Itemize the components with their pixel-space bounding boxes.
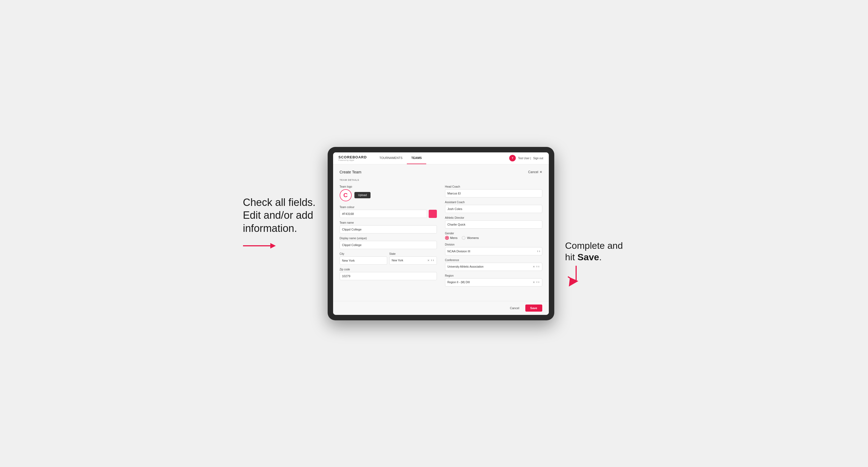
radio-womens-dot	[462, 236, 466, 240]
signout-link[interactable]: Sign out	[533, 157, 544, 160]
logo-sub: Powered by clippd	[339, 159, 367, 161]
gender-field: Gender Mens Womens	[445, 232, 542, 240]
conference-field: Conference University Athletic Associati…	[445, 259, 542, 271]
avatar: T	[509, 155, 516, 161]
gender-mens-radio[interactable]: Mens	[445, 236, 458, 240]
state-clear-icon[interactable]: ✕	[427, 259, 430, 262]
form-right-col: Head Coach Assistant Coach Athletic Dire…	[445, 185, 542, 286]
city-input[interactable]	[340, 256, 387, 264]
region-clear-icon[interactable]: ✕	[533, 281, 535, 284]
form-footer: Cancel Save	[333, 301, 549, 315]
user-text: Test User |	[518, 157, 531, 160]
team-name-label: Team name	[340, 221, 437, 224]
logo-text: SCOREBOARD	[339, 155, 367, 159]
color-swatch[interactable]	[429, 210, 437, 218]
radio-mens-dot	[445, 236, 449, 240]
state-select-wrap[interactable]: New York ✕ ⬆⬇	[390, 256, 437, 264]
team-logo-field: Team logo C Upload	[340, 185, 437, 203]
state-field: State New York ✕ ⬆⬇	[390, 252, 437, 264]
logo-area: SCOREBOARD Powered by clippd	[339, 155, 367, 161]
division-label: Division	[445, 243, 542, 246]
athletic-dir-input[interactable]	[445, 220, 542, 228]
section-label: TEAM DETAILS	[340, 179, 542, 181]
conference-value: University Athletic Association	[447, 265, 533, 268]
team-logo-label: Team logo	[340, 185, 437, 188]
upload-button[interactable]: Upload	[354, 192, 371, 198]
team-colour-label: Team colour	[340, 206, 437, 209]
conference-select-wrap[interactable]: University Athletic Association ✕ ⬆⬇	[445, 263, 542, 271]
nav-tournaments[interactable]: TOURNAMENTS	[375, 152, 407, 164]
region-select-wrap[interactable]: Region II - (M) DIII ✕ ⬆⬇	[445, 278, 542, 286]
gender-label: Gender	[445, 232, 542, 235]
head-coach-field: Head Coach	[445, 185, 542, 197]
navbar: SCOREBOARD Powered by clippd TOURNAMENTS…	[333, 152, 549, 164]
gender-row: Mens Womens	[445, 236, 542, 240]
asst-coach-input[interactable]	[445, 205, 542, 213]
arrow-left-icon	[243, 240, 276, 251]
region-value: Region II - (M) DIII	[447, 281, 533, 284]
svg-marker-1	[270, 243, 276, 249]
division-select[interactable]: NCAA Division III	[445, 247, 542, 255]
page-title-row: Create Team Cancel ✕	[340, 170, 542, 174]
team-colour-field: Team colour	[340, 206, 437, 218]
region-label: Region	[445, 274, 542, 277]
state-arrows-icon: ⬆⬇	[431, 259, 434, 261]
display-name-label: Display name (unique)	[340, 237, 437, 240]
conference-clear-icon[interactable]: ✕	[533, 265, 535, 268]
region-field: Region Region II - (M) DIII ✕ ⬆⬇	[445, 274, 542, 286]
city-state-group: City State New York ✕ ⬆⬇	[340, 252, 437, 264]
city-state-row: City State New York ✕ ⬆⬇	[340, 252, 437, 264]
division-select-wrap[interactable]: NCAA Division III ⬆⬇	[445, 247, 542, 255]
state-tag-value: New York	[392, 259, 427, 262]
cancel-button[interactable]: Cancel	[507, 305, 523, 311]
nav-right: T Test User | Sign out	[509, 155, 543, 161]
state-label: State	[390, 252, 437, 255]
zip-label: Zip code	[340, 268, 437, 271]
zip-field: Zip code	[340, 268, 437, 280]
annotation-right: Complete and hit Save.	[565, 240, 625, 263]
city-label: City	[340, 252, 387, 255]
gender-mens-label: Mens	[450, 236, 458, 240]
form-left-col: Team logo C Upload Team colour	[340, 185, 437, 286]
head-coach-label: Head Coach	[445, 185, 542, 188]
gender-womens-label: Womens	[467, 236, 478, 240]
display-name-input[interactable]	[340, 241, 437, 249]
cancel-x-button[interactable]: Cancel ✕	[528, 170, 542, 174]
page-title: Create Team	[340, 170, 362, 174]
athletic-dir-field: Athletic Director	[445, 216, 542, 228]
asst-coach-label: Assistant Coach	[445, 201, 542, 204]
nav-links: TOURNAMENTS TEAMS	[375, 152, 509, 164]
asst-coach-field: Assistant Coach	[445, 201, 542, 213]
conference-arrows-icon: ⬆⬇	[536, 266, 540, 268]
annotation-left: Check all fields. Edit and/or add inform…	[243, 196, 317, 235]
conference-label: Conference	[445, 259, 542, 261]
division-field: Division NCAA Division III ⬆⬇	[445, 243, 542, 255]
color-input-row	[340, 210, 437, 218]
athletic-dir-label: Athletic Director	[445, 216, 542, 219]
zip-input[interactable]	[340, 272, 437, 280]
gender-womens-radio[interactable]: Womens	[462, 236, 478, 240]
arrow-right-icon	[565, 266, 587, 287]
head-coach-input[interactable]	[445, 189, 542, 197]
team-colour-input[interactable]	[340, 210, 427, 218]
save-button[interactable]: Save	[525, 305, 542, 312]
region-arrows-icon: ⬆⬇	[536, 281, 540, 283]
city-field: City	[340, 252, 387, 264]
logo-upload-area: C Upload	[340, 189, 437, 201]
team-name-field: Team name	[340, 221, 437, 234]
logo-circle: C	[340, 189, 352, 201]
display-name-field: Display name (unique)	[340, 237, 437, 249]
nav-teams[interactable]: TEAMS	[407, 152, 426, 164]
team-name-input[interactable]	[340, 225, 437, 234]
